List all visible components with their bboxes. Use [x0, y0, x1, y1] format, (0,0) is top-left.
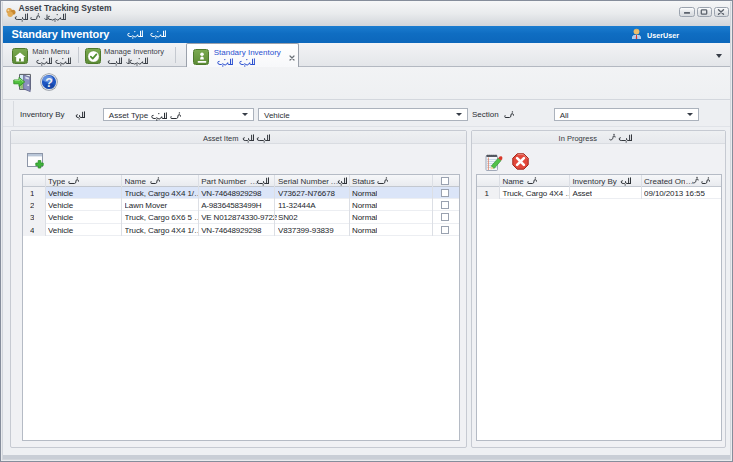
svg-text:?: ?	[45, 76, 53, 90]
